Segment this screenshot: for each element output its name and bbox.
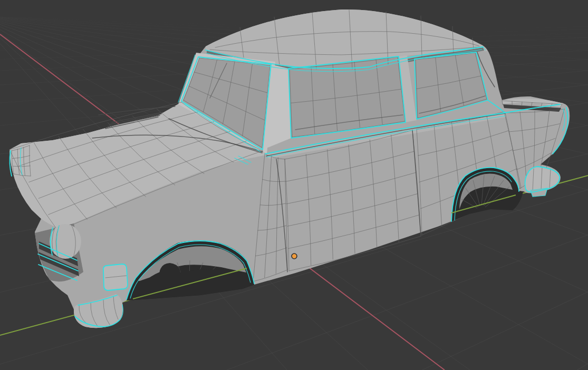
object-origin-dot[interactable] <box>292 254 297 259</box>
3d-viewport[interactable] <box>0 0 588 370</box>
signal-box <box>103 264 128 290</box>
